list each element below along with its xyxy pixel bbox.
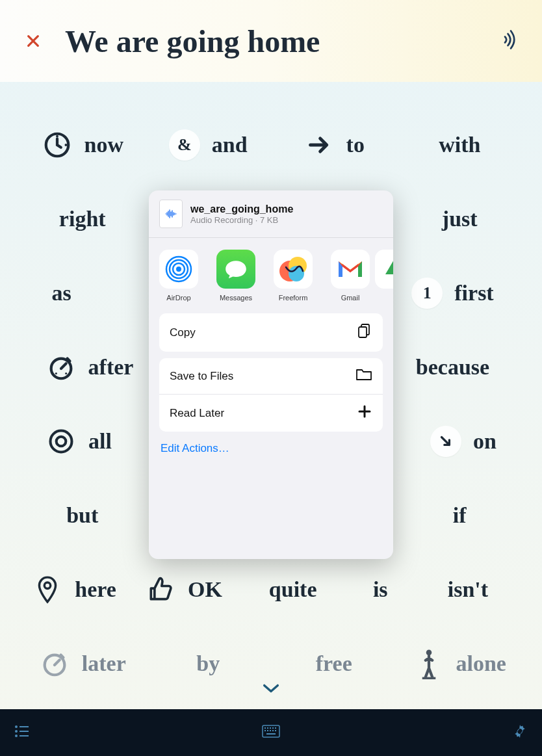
word-cell-just[interactable]: just xyxy=(397,207,523,231)
share-app-freeform[interactable]: Freeform xyxy=(274,250,313,302)
word-cell-alone[interactable]: alone xyxy=(397,648,523,679)
list-view-button[interactable] xyxy=(14,725,30,740)
action-label: Save to Files xyxy=(170,370,233,383)
sound-wave-icon xyxy=(499,28,523,51)
svg-rect-32 xyxy=(275,727,276,729)
share-app-gmail[interactable]: Gmail xyxy=(331,250,370,302)
action-copy[interactable]: Copy xyxy=(159,313,383,352)
share-file-meta: Audio Recording · 7 KB xyxy=(190,215,293,225)
word-label: if xyxy=(453,503,467,528)
svg-point-21 xyxy=(15,725,18,728)
word-cell-but[interactable]: but xyxy=(19,503,146,528)
word-label: on xyxy=(473,429,497,454)
word-cell-all[interactable]: all xyxy=(19,426,138,457)
word-cell-right[interactable]: right xyxy=(19,207,146,231)
more-app-icon xyxy=(375,250,393,289)
word-cell-isnt[interactable]: isn't xyxy=(413,577,523,602)
close-button[interactable] xyxy=(26,29,52,53)
word-label: with xyxy=(439,133,480,157)
word-cell-free[interactable]: free xyxy=(271,651,397,676)
speak-button[interactable] xyxy=(499,28,523,54)
svg-rect-37 xyxy=(275,730,276,731)
word-cell-now[interactable]: now xyxy=(19,129,146,161)
svg-rect-31 xyxy=(272,727,274,729)
svg-rect-33 xyxy=(265,730,266,731)
word-cell-ok[interactable]: OK xyxy=(129,574,238,605)
word-label: because xyxy=(416,355,489,380)
word-label: but xyxy=(66,503,98,528)
word-cell-and[interactable]: & and xyxy=(146,129,272,161)
svg-rect-36 xyxy=(272,730,274,731)
share-app-more[interactable] xyxy=(388,250,393,302)
word-cell-later[interactable]: later xyxy=(19,648,146,679)
person-icon xyxy=(413,648,445,679)
chevron-down-icon xyxy=(262,683,280,694)
word-label: isn't xyxy=(448,577,488,602)
word-cell-with[interactable]: with xyxy=(397,133,523,157)
action-save-to-files[interactable]: Save to Files xyxy=(159,358,383,394)
clock-icon xyxy=(42,129,73,161)
svg-point-7 xyxy=(57,437,66,447)
svg-point-12 xyxy=(176,267,181,272)
svg-rect-24 xyxy=(19,731,29,732)
word-cell-because[interactable]: because xyxy=(383,355,523,380)
expand-button[interactable] xyxy=(262,681,280,697)
word-cell-after[interactable]: after xyxy=(19,352,159,383)
word-cell-by[interactable]: by xyxy=(146,651,272,676)
word-cell-is[interactable]: is xyxy=(348,577,413,602)
svg-point-39 xyxy=(518,729,522,733)
keyboard-button[interactable] xyxy=(262,725,280,740)
svg-rect-26 xyxy=(19,735,29,736)
word-cell-to[interactable]: to xyxy=(271,129,397,161)
settings-button[interactable] xyxy=(512,723,528,742)
word-cell-if[interactable]: if xyxy=(397,503,523,528)
word-cell-first[interactable]: 1 first xyxy=(383,278,523,309)
svg-point-25 xyxy=(15,735,18,737)
svg-point-5 xyxy=(65,372,67,374)
share-sheet: we_are_going_home Audio Recording · 7 KB… xyxy=(149,190,393,559)
word-label: alone xyxy=(456,651,506,676)
word-label: just xyxy=(442,207,478,231)
app-label: AirDrop xyxy=(166,294,190,302)
word-label: to xyxy=(346,133,365,157)
svg-point-6 xyxy=(51,431,72,452)
header-bar: We are going home xyxy=(0,0,542,82)
svg-rect-34 xyxy=(267,730,268,731)
share-app-airdrop[interactable]: AirDrop xyxy=(159,250,198,302)
action-read-later[interactable]: Read Later xyxy=(159,394,383,432)
word-label: here xyxy=(75,577,116,602)
close-icon xyxy=(26,34,40,48)
share-file-name: we_are_going_home xyxy=(190,203,293,215)
word-label: OK xyxy=(188,577,222,602)
share-app-messages[interactable]: Messages xyxy=(216,250,255,302)
plus-icon xyxy=(357,404,372,423)
app-label: Gmail xyxy=(341,294,360,302)
share-app-row[interactable]: AirDrop Messages Freeform Gmail xyxy=(149,238,393,311)
svg-rect-29 xyxy=(267,727,268,729)
share-file-header: we_are_going_home Audio Recording · 7 KB xyxy=(149,190,393,238)
keyboard-icon xyxy=(262,725,280,738)
edit-actions-link[interactable]: Edit Actions… xyxy=(149,432,393,455)
gear-icon xyxy=(512,723,528,739)
word-cell-quite[interactable]: quite xyxy=(239,577,348,602)
word-label: quite xyxy=(269,577,317,602)
word-cell-on[interactable]: on xyxy=(404,426,523,457)
freeform-icon xyxy=(274,250,313,289)
svg-rect-28 xyxy=(265,727,266,729)
app-label: Messages xyxy=(220,294,252,302)
gmail-icon xyxy=(331,250,370,289)
svg-rect-30 xyxy=(270,727,271,729)
app-label: Freeform xyxy=(279,294,308,302)
word-label: after xyxy=(88,355,134,380)
thumbs-up-icon xyxy=(145,574,176,605)
svg-point-8 xyxy=(45,582,51,588)
circle-icon xyxy=(45,426,77,457)
action-label: Copy xyxy=(170,326,196,339)
word-cell-as[interactable]: as xyxy=(19,281,103,306)
pin-icon xyxy=(32,574,63,605)
copy-icon xyxy=(357,322,372,343)
clock-faded-icon xyxy=(39,648,70,679)
word-cell-here[interactable]: here xyxy=(19,574,129,605)
bottom-toolbar xyxy=(0,709,542,756)
action-label: Read Later xyxy=(170,407,224,420)
